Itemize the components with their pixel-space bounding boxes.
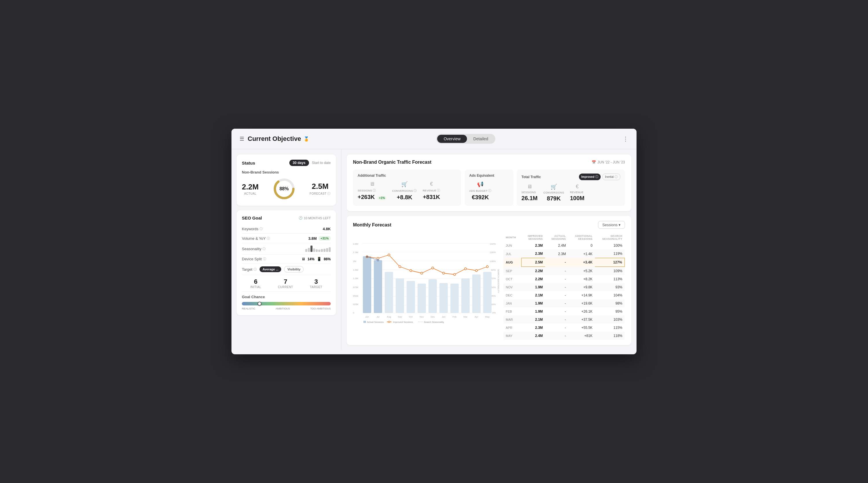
svg-text:Apr: Apr <box>474 316 478 318</box>
status-subtitle: Start to date <box>312 161 331 165</box>
sessions-col: 🖥 SESSIONS ⓘ +263K +1% <box>358 181 386 201</box>
td-month: DEC <box>503 291 521 299</box>
label-too-ambitious: TOO AMBITIOUS <box>310 307 331 310</box>
conversions-icon: 🛒 <box>392 181 417 187</box>
table-row: AUG 2.5M - +3.4K 127% <box>503 258 625 267</box>
svg-text:325K: 325K <box>353 303 359 306</box>
svg-text:Oct: Oct <box>409 316 413 318</box>
header: ☰ Current Objective 🏅 Overview Detailed … <box>231 129 637 149</box>
svg-text:18%: 18% <box>491 303 496 306</box>
season-bar-8 <box>323 249 326 252</box>
volume-label: Volume & YoY ⓘ <box>242 236 270 240</box>
total-sessions-label: SESSIONS <box>521 191 537 194</box>
ads-equivalent-title: Ads Equivalent <box>469 173 509 178</box>
dot-jan <box>443 272 445 274</box>
bar-sep <box>396 279 404 313</box>
app-window: ☰ Current Objective 🏅 Overview Detailed … <box>231 129 637 354</box>
target-info-icon[interactable]: ⓘ <box>253 267 257 271</box>
bar-feb <box>451 284 459 313</box>
svg-text:Jan: Jan <box>442 316 445 318</box>
menu-icon[interactable]: ☰ <box>240 136 244 142</box>
ads-budget-value: €392K <box>469 194 492 201</box>
device-info-icon[interactable]: ⓘ <box>263 257 266 261</box>
vis-initial-value: 6 <box>250 278 261 286</box>
visibility-row: 6 INITIAL 7 CURRENT 3 TARGET <box>242 275 331 292</box>
tab-detailed[interactable]: Detailed <box>467 135 494 143</box>
keywords-info-icon[interactable]: ⓘ <box>259 227 263 231</box>
svg-text:Jul: Jul <box>376 316 380 318</box>
volume-info-icon[interactable]: ⓘ <box>267 236 270 240</box>
additional-traffic-title: Additional Traffic <box>358 173 457 178</box>
td-actual: - <box>545 324 568 332</box>
td-actual: - <box>545 308 568 316</box>
ads-icon: 📢 <box>469 181 492 187</box>
conversions-label: CONVERSIONS ⓘ <box>392 189 417 193</box>
bar-jun <box>363 256 371 313</box>
td-actual: - <box>545 267 568 275</box>
bar-mar <box>461 279 470 313</box>
td-improved: 2.5M <box>521 258 545 267</box>
table-body: JUN 2.3M 2.4M 0 100% JUL 2.3M 2.3M +1.4K… <box>503 242 625 340</box>
dot-nov <box>421 272 423 274</box>
non-brand-sessions: 2.2M ACTUAL 88% 2.5M FORECAST <box>242 177 331 200</box>
td-additional: +19.6K <box>568 299 595 308</box>
svg-text:Improved Sessions: Improved Sessions <box>393 321 413 323</box>
td-additional: +8.2K <box>568 275 595 283</box>
donut-percent: 88% <box>279 186 289 191</box>
goal-chance-thumb[interactable] <box>257 302 261 306</box>
svg-text:Aug: Aug <box>387 316 391 318</box>
th-seasonality: SEARCHSEASONALITY <box>595 233 625 242</box>
forecast-info-icon[interactable]: ⓘ <box>327 191 331 196</box>
seasonality-info-icon[interactable]: ⓘ <box>262 247 266 251</box>
desktop-icon: 🖥 <box>302 257 305 261</box>
td-improved: 2.3M <box>521 242 545 250</box>
forecast-chart: 2.6M 2.3M 2M 1.6M 1.3M 975K 650K 325K 0 … <box>353 233 499 326</box>
total-sessions-icon: 🖥 <box>521 184 537 190</box>
tab-overview[interactable]: Overview <box>437 135 467 143</box>
date-range: 📅 JUN '22 - JUN '23 <box>592 160 625 164</box>
table-row: SEP 2.2M - +5.2K 109% <box>503 267 625 275</box>
volume-row: Volume & YoY ⓘ 3.8M +31% <box>242 234 331 243</box>
table-header: MONTH IMPROVEDSESSIONS ACTUALSESSIONS AD… <box>503 233 625 242</box>
traffic-forecast-card: Non-Brand Organic Traffic Forecast 📅 JUN… <box>347 155 631 211</box>
total-traffic-title: Total Traffic <box>521 175 541 179</box>
conversions-value: +8.8K <box>392 194 417 201</box>
svg-text:35%: 35% <box>491 295 496 297</box>
table-row: NOV 1.9M - +9.8K 93% <box>503 283 625 291</box>
additional-traffic-cols: 🖥 SESSIONS ⓘ +263K +1% 🛒 CONVERSIONS ⓘ <box>358 181 457 201</box>
td-seasonality: 109% <box>595 267 625 275</box>
sessions-value: +263K +1% <box>358 194 386 200</box>
goal-chance-labels: REALISTIC AMBITIOUS TOO AMBITIOUS <box>242 307 331 310</box>
total-sessions-col: 🖥 SESSIONS 26.1M <box>521 184 537 202</box>
header-left: ☰ Current Objective 🏅 <box>240 135 309 142</box>
td-month: NOV <box>503 283 521 291</box>
label-realistic: REALISTIC <box>242 307 255 310</box>
sessions-dropdown-btn[interactable]: Sessions ▾ <box>598 221 625 229</box>
td-month: MAR <box>503 316 521 324</box>
device-label: Device Split ⓘ <box>242 257 266 261</box>
td-month: JUN <box>503 242 521 250</box>
td-month: MAY <box>503 332 521 340</box>
total-revenue-col: € REVENUE 100M <box>570 184 585 202</box>
total-traffic-cols: 🖥 SESSIONS 26.1M 🛒 CONVERSIONS 879K € <box>521 184 620 202</box>
th-additional: ADDITIONALSESSIONS <box>568 233 595 242</box>
table-row: APR 2.3M - +55.5K 115% <box>503 324 625 332</box>
total-revenue-icon: € <box>570 184 585 190</box>
td-month: AUG <box>503 258 521 267</box>
seasonality-row: Seasonality ⓘ <box>242 243 331 255</box>
right-panel: Non-Brand Organic Traffic Forecast 📅 JUN… <box>341 149 637 350</box>
improved-line <box>367 255 488 275</box>
svg-text:Feb: Feb <box>453 316 457 318</box>
more-icon[interactable]: ⋮ <box>623 135 628 142</box>
desktop-pct: 14% <box>308 257 314 261</box>
sessions-icon: 🖥 <box>358 181 386 187</box>
target-badge-average[interactable]: Average ... <box>259 266 281 272</box>
svg-text:Jun: Jun <box>365 316 369 318</box>
monthly-forecast-title: Monthly Forecast <box>353 222 391 228</box>
table-header-row: MONTH IMPROVEDSESSIONS ACTUALSESSIONS AD… <box>503 233 625 242</box>
seasonality-bars <box>305 246 331 252</box>
td-month: JUL <box>503 250 521 258</box>
target-badge-visibility[interactable]: Visibility <box>284 266 304 272</box>
table-row: MAR 2.1M - +37.5K 103% <box>503 316 625 324</box>
td-additional: +26.1K <box>568 308 595 316</box>
